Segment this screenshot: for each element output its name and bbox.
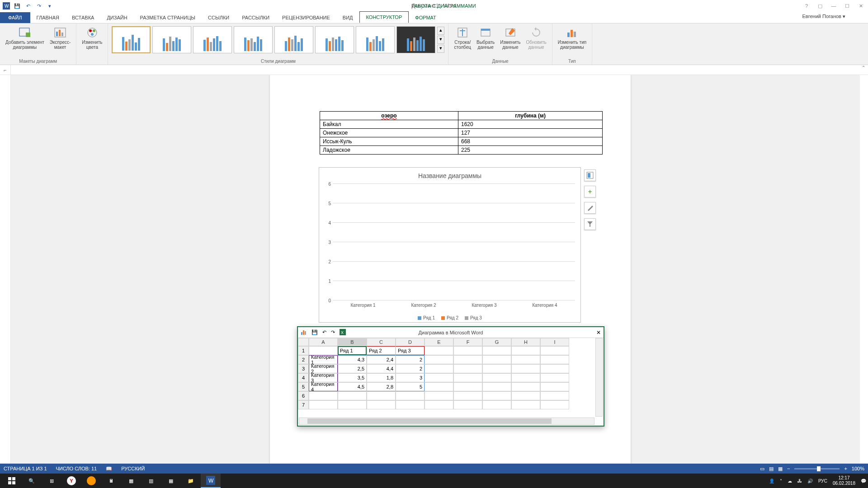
- change-chart-type-button[interactable]: Изменить тип диаграммы: [555, 25, 589, 51]
- excel-undo-icon[interactable]: ↶: [322, 329, 326, 335]
- tab-chart-design[interactable]: КОНСТРУКТОР: [359, 11, 409, 23]
- edit-data-button[interactable]: Изменить данные: [497, 25, 523, 51]
- tab-page-layout[interactable]: РАЗМЕТКА СТРАНИЦЫ: [134, 12, 202, 23]
- redo-icon[interactable]: ↷: [35, 2, 42, 9]
- tab-insert[interactable]: ВСТАВКА: [66, 12, 100, 23]
- status-page[interactable]: СТРАНИЦА 1 ИЗ 1: [4, 466, 47, 471]
- view-read-mode-icon[interactable]: ▭: [760, 466, 764, 472]
- start-button[interactable]: [2, 474, 22, 488]
- chart-style-8[interactable]: [396, 26, 435, 53]
- taskbar-app-icon[interactable]: ▩: [121, 474, 141, 488]
- qat-customize-icon[interactable]: ▾: [46, 2, 53, 9]
- tab-file[interactable]: ФАЙЛ: [0, 12, 30, 23]
- table-row[interactable]: Онежское127: [320, 129, 603, 137]
- tray-network-icon[interactable]: 🖧: [797, 479, 802, 483]
- tray-volume-icon[interactable]: 🔊: [807, 479, 813, 483]
- chart-style-7[interactable]: [356, 26, 395, 53]
- save-icon[interactable]: 💾: [14, 2, 21, 9]
- help-icon[interactable]: ?: [801, 1, 812, 10]
- chart-layout-options-icon[interactable]: [584, 169, 596, 181]
- style-gallery-down[interactable]: ▾: [437, 36, 444, 44]
- table-row[interactable]: Байкал1620: [320, 120, 603, 129]
- excel-open-excel-icon[interactable]: X: [340, 329, 346, 336]
- legend-series-2[interactable]: Ряд 2: [441, 315, 458, 320]
- chart-style-1[interactable]: [112, 26, 151, 53]
- zoom-slider[interactable]: [794, 468, 840, 469]
- zoom-level[interactable]: 100%: [852, 466, 864, 471]
- switch-row-column-button[interactable]: Строка/ столбец: [451, 25, 474, 51]
- tray-notifications-icon[interactable]: 💬: [861, 479, 866, 483]
- excel-scrollbar-horizontal[interactable]: [299, 418, 594, 425]
- maximize-icon[interactable]: ☐: [842, 1, 853, 10]
- taskbar-firefox-icon[interactable]: [81, 474, 101, 488]
- excel-scrollbar-vertical[interactable]: [595, 338, 603, 417]
- ribbon-options-icon[interactable]: ▢: [815, 1, 826, 10]
- tab-design[interactable]: ДИЗАЙН: [100, 12, 133, 23]
- refresh-data-button[interactable]: Обновить данные: [523, 25, 549, 51]
- chart-filters-icon[interactable]: [584, 218, 596, 230]
- taskbar-calendar-icon[interactable]: ▦: [161, 474, 181, 488]
- table-header-lake[interactable]: озеро: [320, 112, 458, 120]
- tab-chart-format[interactable]: ФОРМАТ: [409, 12, 443, 23]
- excel-close-icon[interactable]: ✕: [596, 329, 601, 336]
- tab-home[interactable]: ГЛАВНАЯ: [30, 12, 66, 23]
- quick-layout-button[interactable]: Экспресс- макет: [47, 25, 74, 51]
- zoom-out-icon[interactable]: −: [787, 466, 790, 471]
- minimize-icon[interactable]: —: [828, 1, 839, 10]
- chart-legend[interactable]: Ряд 1 Ряд 2 Ряд 3: [319, 315, 580, 320]
- chart-bars[interactable]: Категория 1Категория 2Категория 3Категор…: [333, 184, 575, 300]
- chart-style-5[interactable]: [274, 26, 313, 53]
- tab-references[interactable]: ССЫЛКИ: [202, 12, 236, 23]
- tab-view[interactable]: ВИД: [336, 12, 359, 23]
- chart-style-3[interactable]: [193, 26, 232, 53]
- chart-style-4[interactable]: [234, 26, 273, 53]
- excel-save-icon[interactable]: 💾: [311, 329, 318, 335]
- chart-plot-area[interactable]: 6 5 4 3 2 1 0 Категория 1Категория 2Кате…: [333, 184, 575, 300]
- excel-grid[interactable]: ABCDEFGHI1Ряд 1Ряд 2Ряд 32Категория 14,3…: [298, 338, 604, 409]
- search-icon[interactable]: 🔍: [22, 474, 42, 488]
- user-name[interactable]: Евгений Поганов ▾: [802, 14, 846, 19]
- chart-styles-icon[interactable]: [584, 202, 596, 214]
- status-proofing-icon[interactable]: 📖: [106, 466, 112, 472]
- table-row[interactable]: Ладожское225: [320, 146, 603, 155]
- taskbar-explorer-icon[interactable]: 📁: [181, 474, 201, 488]
- ruler-vertical[interactable]: [0, 75, 11, 475]
- tray-onedrive-icon[interactable]: ☁: [788, 479, 792, 483]
- tray-people-icon[interactable]: 👤: [769, 479, 774, 483]
- tray-language[interactable]: РУС: [818, 479, 827, 483]
- taskbar-word-icon[interactable]: W: [201, 474, 221, 488]
- view-web-layout-icon[interactable]: ▦: [778, 466, 783, 472]
- tray-up-icon[interactable]: ˄: [780, 479, 782, 483]
- svg-rect-18: [574, 32, 576, 37]
- table-header-depth[interactable]: глубина (м): [458, 112, 603, 120]
- style-gallery-more[interactable]: ▾: [437, 45, 444, 53]
- chart-style-6[interactable]: [315, 26, 354, 53]
- chart-object[interactable]: Название диаграммы 6 5 4 3 2 1 0 Категор…: [319, 167, 581, 323]
- task-view-icon[interactable]: ⊞: [42, 474, 61, 488]
- taskbar-yandex-icon[interactable]: Y: [61, 474, 81, 488]
- select-data-button[interactable]: Выбрать данные: [474, 25, 497, 51]
- zoom-in-icon[interactable]: +: [844, 466, 847, 471]
- ruler-h-track[interactable]: [11, 65, 868, 75]
- change-colors-button[interactable]: Изменить цвета: [79, 25, 105, 51]
- close-icon[interactable]: ✕: [855, 1, 866, 10]
- undo-icon[interactable]: ↶: [24, 2, 32, 9]
- taskbar-app2-icon[interactable]: ▥: [141, 474, 161, 488]
- legend-series-1[interactable]: Ряд 1: [418, 315, 435, 320]
- style-gallery-up[interactable]: ▴: [437, 27, 444, 35]
- add-chart-element-button[interactable]: Добавить элемент диаграммы: [3, 25, 47, 51]
- table-row[interactable]: Иссык-Куль668: [320, 137, 603, 146]
- document-area: озеро глубина (м) Байкал1620 Онежское127…: [11, 75, 860, 475]
- tab-review[interactable]: РЕЦЕНЗИРОВАНИЕ: [276, 12, 336, 23]
- chart-title[interactable]: Название диаграммы: [319, 168, 580, 182]
- tray-clock[interactable]: 12:17 06.02.2018: [833, 475, 855, 486]
- status-language[interactable]: РУССКИЙ: [121, 466, 145, 471]
- taskbar-calculator-icon[interactable]: 🖩: [101, 474, 121, 488]
- tab-mailings[interactable]: РАССЫЛКИ: [236, 12, 276, 23]
- excel-redo-icon[interactable]: ↷: [331, 329, 335, 335]
- chart-elements-icon[interactable]: +: [584, 186, 596, 197]
- view-print-layout-icon[interactable]: ▤: [769, 466, 774, 472]
- status-word-count[interactable]: ЧИСЛО СЛОВ: 11: [56, 466, 97, 471]
- legend-series-3[interactable]: Ряд 3: [465, 315, 482, 320]
- chart-style-2[interactable]: [152, 26, 191, 53]
